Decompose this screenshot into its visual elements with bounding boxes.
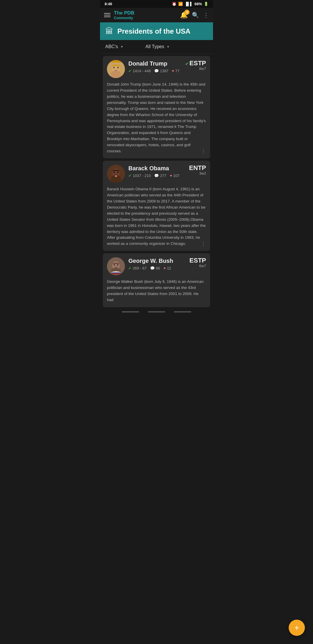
more-options-icon[interactable]: ⋮ bbox=[203, 12, 209, 19]
check-icon-bush: ✔ bbox=[128, 266, 132, 270]
likes-value-obama: 107 bbox=[173, 173, 180, 178]
svg-point-4 bbox=[117, 67, 119, 68]
nav-actions: 🔔 4 🔍 ⋮ bbox=[180, 11, 209, 19]
comment-icon-trump: 💬 bbox=[154, 69, 159, 73]
mbti-type-trump: ✔ESTP bbox=[185, 60, 206, 66]
battery-text: 68% bbox=[194, 2, 202, 6]
likes-value-trump: 77 bbox=[175, 69, 179, 73]
card-stats-trump: ✔ 1414 - 448 💬 1387 ♥ 77 bbox=[128, 69, 182, 73]
svg-rect-5 bbox=[110, 60, 122, 62]
scroll-thumb-3 bbox=[174, 311, 191, 312]
comments-value-bush: 66 bbox=[156, 266, 160, 270]
votes-stat-trump: ✔ 1414 - 448 bbox=[128, 69, 151, 73]
hamburger-menu[interactable] bbox=[104, 13, 110, 17]
search-icon[interactable]: 🔍 bbox=[192, 12, 199, 19]
likes-value-bush: 12 bbox=[167, 266, 171, 270]
comment-icon-bush: 💬 bbox=[150, 266, 155, 270]
mbti-type-bush: ESTP bbox=[190, 257, 206, 264]
sort-arrow-icon: ▼ bbox=[120, 45, 123, 48]
heart-icon-bush: ♥ bbox=[163, 266, 166, 270]
type-block-bush: ESTP 6w7 bbox=[190, 257, 206, 268]
wifi-icon: 📶 bbox=[178, 2, 183, 6]
svg-point-17 bbox=[117, 264, 118, 265]
comments-value-trump: 1387 bbox=[160, 69, 168, 73]
heart-icon-trump: ♥ bbox=[172, 69, 174, 73]
votes-value-bush: 269 - 67 bbox=[133, 266, 147, 270]
category-header: 🏛 Presidents of the USA bbox=[100, 22, 213, 40]
likes-stat-bush: ♥ 12 bbox=[163, 266, 171, 270]
category-title: Presidents of the USA bbox=[117, 27, 190, 35]
likes-stat-obama: ♥ 107 bbox=[170, 173, 179, 178]
scroll-hints bbox=[100, 310, 213, 314]
avatar-trump bbox=[107, 60, 125, 78]
svg-point-3 bbox=[113, 67, 115, 68]
type-block-obama: ENTP 3w2 bbox=[189, 165, 206, 176]
check-icon-obama: ✔ bbox=[128, 173, 132, 178]
svg-rect-12 bbox=[116, 175, 116, 177]
description-bush: George Walker Bush (born July 6, 1946) i… bbox=[107, 279, 206, 303]
president-name-trump: Donald Trump bbox=[128, 60, 182, 67]
app-title: The PDB Community bbox=[114, 10, 176, 20]
alarm-icon: ⏰ bbox=[172, 2, 176, 6]
description-trump: Donald John Trump (born June 14, 1946) i… bbox=[107, 82, 206, 154]
signal-icon: ▐▌▌ bbox=[185, 2, 193, 6]
heart-icon-obama: ♥ bbox=[170, 173, 172, 178]
sort-dropdown[interactable]: ABC's ▼ bbox=[105, 44, 123, 49]
card-stats-bush: ✔ 269 - 67 💬 66 ♥ 12 bbox=[128, 266, 186, 270]
card-header-bush: George W. Bush ✔ 269 - 67 💬 66 ♥ 12 bbox=[107, 257, 206, 275]
battery-icon: 🔋 bbox=[204, 2, 208, 6]
scroll-thumb-1 bbox=[122, 311, 139, 312]
votes-value-obama: 1037 - 210 bbox=[133, 173, 151, 178]
type-dropdown[interactable]: All Types ▼ bbox=[145, 44, 170, 49]
type-check-icon-trump: ✔ bbox=[185, 61, 189, 66]
comments-value-obama: 277 bbox=[160, 173, 166, 178]
votes-stat-obama: ✔ 1037 - 210 bbox=[128, 173, 151, 178]
president-name-bush: George W. Bush bbox=[128, 257, 186, 264]
enneagram-trump: 8w7 bbox=[185, 66, 206, 71]
card-header-trump: Donald Trump ✔ 1414 - 448 💬 1387 ♥ 77 bbox=[107, 60, 206, 78]
card-info-trump: Donald Trump ✔ 1414 - 448 💬 1387 ♥ 77 bbox=[128, 60, 182, 73]
presidents-list: Donald Trump ✔ 1414 - 448 💬 1387 ♥ 77 bbox=[100, 54, 213, 310]
enneagram-obama: 3w2 bbox=[189, 171, 206, 176]
svg-point-10 bbox=[117, 172, 118, 173]
avatar-bush bbox=[107, 257, 125, 275]
category-icon: 🏛 bbox=[105, 26, 113, 36]
svg-point-16 bbox=[114, 264, 115, 265]
svg-point-9 bbox=[113, 172, 114, 173]
description-obama: Barack Hussein Obama II (born August 4, … bbox=[107, 186, 206, 247]
likes-stat-trump: ♥ 77 bbox=[172, 69, 179, 73]
notification-bell[interactable]: 🔔 4 bbox=[180, 11, 188, 19]
card-header-obama: Barack Obama ✔ 1037 - 210 💬 277 ♥ 107 bbox=[107, 165, 206, 183]
president-card-trump[interactable]: Donald Trump ✔ 1414 - 448 💬 1387 ♥ 77 bbox=[103, 56, 210, 158]
card-info-obama: Barack Obama ✔ 1037 - 210 💬 277 ♥ 107 bbox=[128, 165, 185, 178]
card-info-bush: George W. Bush ✔ 269 - 67 💬 66 ♥ 12 bbox=[128, 257, 186, 270]
time-display: 8:46 bbox=[105, 2, 112, 6]
scroll-thumb-2 bbox=[148, 311, 165, 312]
card-stats-obama: ✔ 1037 - 210 💬 277 ♥ 107 bbox=[128, 173, 185, 178]
votes-value-trump: 1414 - 448 bbox=[133, 69, 151, 73]
type-label: All Types bbox=[145, 44, 164, 49]
president-card-obama[interactable]: Barack Obama ✔ 1037 - 210 💬 277 ♥ 107 bbox=[103, 161, 210, 251]
enneagram-bush: 6w7 bbox=[190, 264, 206, 268]
comment-icon-obama: 💬 bbox=[154, 173, 159, 178]
comments-stat-obama: 💬 277 bbox=[154, 173, 166, 178]
status-icons: ⏰ 📶 ▐▌▌ 68% 🔋 bbox=[172, 2, 208, 6]
card-more-trump[interactable]: ⋮ bbox=[201, 148, 206, 154]
votes-stat-bush: ✔ 269 - 67 bbox=[128, 266, 147, 270]
sort-label: ABC's bbox=[105, 44, 118, 49]
type-arrow-icon: ▼ bbox=[166, 45, 170, 48]
filter-bar: ABC's ▼ All Types ▼ bbox=[100, 40, 213, 54]
title-brand: PDB bbox=[124, 10, 134, 16]
avatar-obama bbox=[107, 165, 125, 183]
president-name-obama: Barack Obama bbox=[128, 165, 185, 172]
comments-stat-bush: 💬 66 bbox=[150, 266, 160, 270]
card-more-obama[interactable]: ⋮ bbox=[201, 240, 206, 247]
title-plain: The bbox=[114, 10, 124, 16]
mbti-type-obama: ENTP bbox=[189, 165, 206, 171]
status-bar: 8:46 ⏰ 📶 ▐▌▌ 68% 🔋 bbox=[100, 0, 213, 8]
check-icon-trump: ✔ bbox=[128, 69, 132, 73]
president-card-bush[interactable]: George W. Bush ✔ 269 - 67 💬 66 ♥ 12 bbox=[103, 253, 210, 307]
type-block-trump: ✔ESTP 8w7 bbox=[185, 60, 206, 71]
title-subtitle: Community bbox=[114, 16, 176, 20]
top-nav: The PDB Community 🔔 4 🔍 ⋮ bbox=[100, 8, 213, 22]
